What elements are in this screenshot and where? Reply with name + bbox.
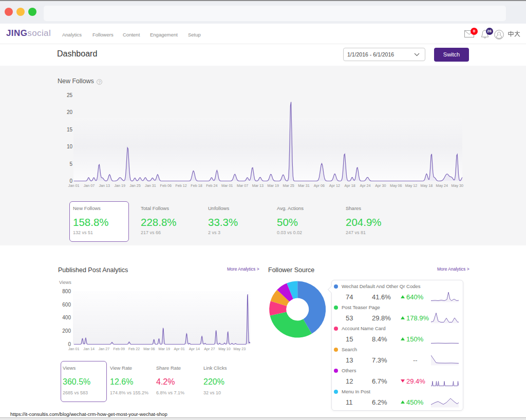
- svg-text:200: 200: [62, 328, 71, 334]
- svg-text:Mar 13: Mar 13: [252, 183, 264, 188]
- svg-text:Jan 14: Jan 14: [83, 347, 95, 351]
- svg-text:25: 25: [67, 92, 73, 98]
- svg-text:May 23: May 23: [234, 347, 246, 351]
- svg-text:5: 5: [69, 161, 72, 167]
- svg-text:May 18: May 18: [421, 183, 433, 188]
- svg-text:Apr 24: Apr 24: [360, 183, 370, 188]
- svg-text:May 30: May 30: [451, 183, 463, 188]
- svg-text:Mar 31: Mar 31: [298, 183, 309, 188]
- svg-text:Feb 24: Feb 24: [206, 183, 217, 188]
- svg-text:Mar 25: Mar 25: [283, 183, 294, 188]
- svg-text:Jan 13: Jan 13: [99, 183, 110, 188]
- svg-text:Feb 09: Feb 09: [114, 347, 125, 351]
- svg-text:Apr 12: Apr 12: [329, 183, 340, 188]
- svg-text:Mar 01: Mar 01: [221, 183, 233, 188]
- svg-text:Apr 18: Apr 18: [345, 183, 355, 188]
- svg-text:Apr 01: Apr 01: [174, 347, 185, 351]
- svg-text:May 06: May 06: [390, 183, 402, 188]
- svg-text:Mar 06: Mar 06: [143, 347, 155, 351]
- svg-text:Jan 27: Jan 27: [99, 347, 110, 351]
- svg-text:Mar 19: Mar 19: [268, 183, 279, 188]
- svg-text:15: 15: [67, 127, 73, 132]
- svg-text:Jan 19: Jan 19: [114, 183, 125, 188]
- svg-text:20: 20: [67, 109, 73, 115]
- svg-text:Feb 06: Feb 06: [160, 183, 172, 188]
- svg-text:May 10: May 10: [218, 347, 231, 351]
- svg-text:Jan 07: Jan 07: [84, 183, 95, 188]
- svg-text:Apr 14: Apr 14: [189, 347, 200, 351]
- svg-text:800: 800: [62, 289, 71, 294]
- svg-text:Apr 27: Apr 27: [204, 347, 215, 351]
- svg-text:May 24: May 24: [436, 183, 448, 188]
- svg-text:Apr 06: Apr 06: [314, 183, 325, 188]
- svg-text:Jan 25: Jan 25: [129, 183, 141, 188]
- svg-text:Jan 31: Jan 31: [145, 183, 156, 188]
- svg-text:Mar 07: Mar 07: [237, 183, 248, 188]
- svg-text:10: 10: [67, 144, 73, 149]
- svg-text:Feb 18: Feb 18: [191, 183, 202, 188]
- svg-text:400: 400: [62, 315, 71, 320]
- svg-text:600: 600: [62, 302, 71, 308]
- svg-text:Apr 30: Apr 30: [375, 183, 386, 188]
- svg-text:Feb 22: Feb 22: [128, 347, 140, 351]
- svg-text:Jan 01: Jan 01: [68, 183, 80, 188]
- svg-text:May 12: May 12: [405, 183, 418, 188]
- svg-text:Jan 01: Jan 01: [68, 347, 80, 351]
- svg-text:Feb 12: Feb 12: [175, 183, 186, 188]
- svg-text:Mar 19: Mar 19: [159, 347, 170, 351]
